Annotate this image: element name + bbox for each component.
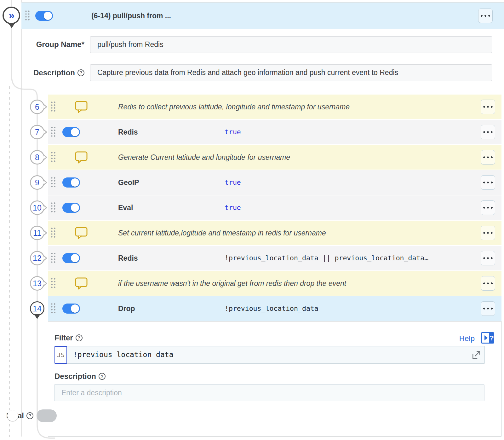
comment-text: Redis to collect previous latitude, long… [118, 95, 350, 119]
row-menu-button[interactable] [481, 226, 495, 240]
group-name-label: Group Name* [19, 40, 84, 49]
row-menu-button[interactable] [481, 301, 495, 316]
help-preview-icon[interactable]: ? [481, 332, 494, 344]
filter-label: Filter? [54, 333, 83, 342]
function-enabled-toggle[interactable] [62, 253, 80, 263]
comment-icon [74, 100, 89, 114]
row-menu-button[interactable] [481, 200, 495, 215]
function-number-marker: 6 [30, 100, 44, 114]
function-filter-value: true [225, 195, 241, 220]
function-number-marker: 12 [30, 251, 44, 265]
function-description-label: Description? [54, 372, 106, 381]
comment-row-11[interactable]: Set current latitude,logitude and timest… [48, 221, 501, 245]
function-number-marker: 13 [30, 276, 44, 291]
function-enabled-toggle[interactable] [62, 177, 80, 188]
function-row-10[interactable]: Eval true [48, 195, 501, 220]
comment-row-13[interactable]: if the username wasn't in the original g… [48, 271, 501, 296]
drag-handle[interactable] [50, 252, 56, 263]
row-menu-button[interactable] [481, 175, 495, 190]
function-filter-value: !previous_location_data [225, 296, 318, 321]
group-description-input[interactable] [90, 64, 492, 81]
function-number-marker-selected: 14 [30, 301, 44, 316]
filter-expression-input[interactable]: JS !previous_location_data [54, 346, 485, 364]
function-number-marker: 11 [30, 226, 44, 240]
function-name: Redis [118, 120, 138, 144]
group-menu-button[interactable] [478, 9, 493, 23]
expand-editor-icon[interactable] [472, 350, 481, 359]
function-row-9[interactable]: GeoIP true [48, 170, 501, 195]
drag-handle[interactable] [50, 101, 56, 112]
function-row-7[interactable]: Redis true [48, 120, 501, 144]
drag-handle[interactable] [50, 227, 56, 238]
group-description-label: Description? [19, 68, 84, 77]
drag-handle[interactable] [50, 303, 56, 314]
comment-text: Set current latitude,logitude and timest… [118, 221, 326, 245]
function-number-marker: 10 [30, 200, 44, 215]
ellipsis-icon [482, 257, 494, 259]
comment-row-8[interactable]: Generate Current latitude and longitude … [48, 145, 501, 170]
help-link[interactable]: Help [459, 334, 475, 343]
function-filter-value: !previous_location_data || previous_loca… [225, 246, 428, 270]
function-enabled-toggle[interactable] [62, 127, 80, 137]
js-language-badge: JS [54, 346, 67, 364]
function-row-14-selected[interactable]: Drop !previous_location_data [48, 296, 501, 321]
function-name: GeoIP [118, 170, 139, 195]
group-enabled-toggle[interactable] [35, 11, 53, 21]
comment-icon [74, 226, 89, 240]
ellipsis-icon [482, 207, 494, 209]
row-menu-button[interactable] [481, 100, 495, 114]
comment-row-6[interactable]: Redis to collect previous latitude, long… [48, 95, 501, 119]
ellipsis-icon [482, 131, 494, 133]
drag-handle[interactable] [50, 126, 56, 137]
row-menu-button[interactable] [481, 276, 495, 291]
ellipsis-icon [482, 232, 494, 234]
help-tooltip-icon[interactable]: ? [77, 69, 84, 76]
comment-text: if the username wasn't in the original g… [118, 271, 346, 296]
function-enabled-toggle[interactable] [62, 304, 80, 314]
function-filter-value: true [225, 120, 241, 144]
help-tooltip-icon[interactable]: ? [26, 412, 33, 419]
ellipsis-icon [482, 308, 494, 310]
group-title: (6-14) pull/push from ... [91, 3, 171, 29]
help-tooltip-icon[interactable]: ? [99, 373, 106, 380]
row-menu-button[interactable] [481, 125, 495, 139]
drag-handle[interactable] [50, 277, 56, 288]
function-name: Redis [118, 246, 138, 270]
comment-text: Generate Current latitude and longitude … [118, 145, 290, 170]
function-number-marker: 7 [30, 125, 44, 139]
drag-handle[interactable] [50, 202, 56, 213]
panel-left-border [21, 0, 22, 437]
group-name-input[interactable] [90, 36, 492, 53]
row-menu-button[interactable] [481, 251, 495, 265]
filter-expression-value[interactable]: !previous_location_data [73, 346, 174, 363]
ellipsis-icon [482, 182, 494, 183]
collapse-group-icon[interactable]: » [3, 7, 20, 24]
comment-icon [74, 150, 89, 164]
function-name: Drop [118, 296, 135, 321]
function-row-12[interactable]: Redis !previous_location_data || previou… [48, 246, 501, 270]
row-menu-button[interactable] [481, 150, 495, 165]
final-toggle[interactable] [37, 409, 57, 422]
function-filter-value: true [225, 170, 241, 195]
drag-handle[interactable] [50, 177, 56, 188]
ellipsis-icon [482, 282, 494, 284]
group-drag-handle[interactable] [25, 10, 30, 21]
help-tooltip-icon[interactable]: ? [76, 334, 83, 341]
function-description-input[interactable] [54, 384, 484, 401]
function-name: Eval [118, 195, 133, 220]
ellipsis-icon [482, 156, 494, 158]
function-number-marker: 9 [30, 175, 44, 190]
function-detail-panel: Filter? Help ? JS !previous_location_dat… [48, 321, 501, 437]
ellipsis-icon [482, 106, 494, 108]
function-enabled-toggle[interactable] [62, 203, 80, 213]
group-header[interactable]: (6-14) pull/push from ... [21, 3, 504, 29]
comment-icon [74, 276, 89, 290]
function-number-marker: 8 [30, 150, 44, 165]
drag-handle[interactable] [50, 151, 56, 162]
pipeline-group-editor: » (6-14) pull/push from ... Group Name* … [0, 0, 504, 440]
svg-text:?: ? [490, 334, 494, 342]
ellipsis-icon [480, 15, 491, 17]
